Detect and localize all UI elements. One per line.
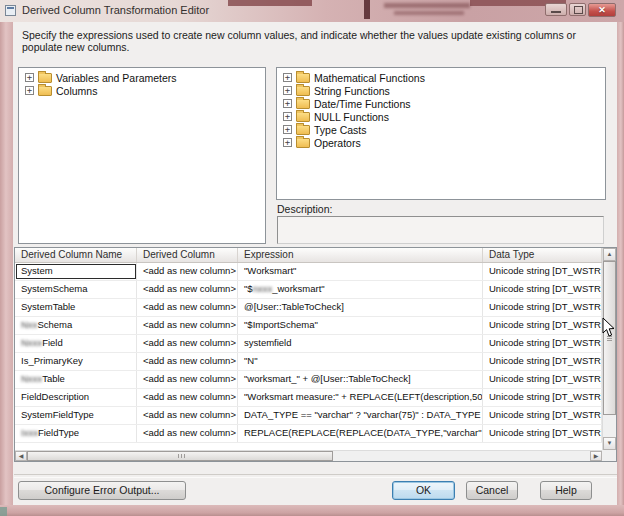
- table-row[interactable]: NxxxField<add as new column>systemfieldU…: [15, 335, 602, 353]
- window-title: Derived Column Transformation Editor: [22, 4, 209, 16]
- tree-item-label: Mathematical Functions: [314, 72, 425, 84]
- tree-item[interactable]: + Type Casts: [277, 123, 605, 136]
- table-row[interactable]: SystemTable<add as new column>@[User::Ta…: [15, 299, 602, 317]
- cell-data-type[interactable]: Unicode string [DT_WSTR]: [483, 263, 602, 280]
- expand-plus-icon[interactable]: +: [283, 86, 292, 95]
- expand-plus-icon[interactable]: +: [283, 99, 292, 108]
- folder-icon: [296, 138, 310, 148]
- cell-expression[interactable]: "Worksmart": [238, 263, 483, 280]
- grid-body: System<add as new column>"Worksmart"Unic…: [15, 263, 602, 443]
- tree-item[interactable]: + Mathematical Functions: [277, 71, 605, 84]
- table-row[interactable]: NxxxTable<add as new column>"worksmart_"…: [15, 371, 602, 389]
- cell-expression[interactable]: @[User::TableToCheck]: [238, 299, 483, 316]
- tree-item[interactable]: + Columns: [19, 84, 265, 97]
- cell-data-type[interactable]: Unicode string [DT_WSTR]: [483, 317, 602, 334]
- table-row[interactable]: System<add as new column>"Worksmart"Unic…: [15, 263, 602, 281]
- expand-plus-icon[interactable]: +: [283, 112, 292, 121]
- table-row[interactable]: FieldDescription<add as new column>"Work…: [15, 389, 602, 407]
- cell-expression[interactable]: "N": [238, 353, 483, 370]
- table-row[interactable]: NxxSchema<add as new column>"$ImportSche…: [15, 317, 602, 335]
- table-row[interactable]: SystemFieldType<add as new column>DATA_T…: [15, 407, 602, 425]
- expand-plus-icon[interactable]: +: [283, 73, 292, 82]
- expand-plus-icon[interactable]: +: [25, 86, 34, 95]
- grid-header-cell[interactable]: Derived Column: [137, 248, 238, 262]
- cell-data-type[interactable]: Unicode string [DT_WSTR]: [483, 335, 602, 352]
- tree-item-label: NULL Functions: [314, 111, 389, 123]
- cell-derived-column-name[interactable]: NxxSchema: [15, 317, 137, 334]
- cell-derived-column-name[interactable]: SystemTable: [15, 299, 137, 316]
- tree-item[interactable]: + NULL Functions: [277, 110, 605, 123]
- derived-columns-grid[interactable]: Derived Column NameDerived ColumnExpress…: [14, 247, 617, 462]
- cell-expression[interactable]: systemfield: [238, 335, 483, 352]
- cell-data-type[interactable]: Unicode string [DT_WSTR]: [483, 371, 602, 388]
- cell-derived-column-name[interactable]: FieldDescription: [15, 389, 137, 406]
- expand-plus-icon[interactable]: +: [283, 138, 292, 147]
- tree-item[interactable]: + Operators: [277, 136, 605, 149]
- tree-item-label: String Functions: [314, 85, 390, 97]
- tree-item[interactable]: + Date/Time Functions: [277, 97, 605, 110]
- table-row[interactable]: IxxxFieldType<add as new column>REPLACE(…: [15, 425, 602, 443]
- cell-derived-column[interactable]: <add as new column>: [137, 281, 238, 298]
- expand-plus-icon[interactable]: +: [25, 73, 34, 82]
- cancel-button[interactable]: Cancel: [466, 481, 518, 500]
- cell-data-type[interactable]: Unicode string [DT_WSTR]: [483, 389, 602, 406]
- cell-derived-column-name[interactable]: IxxxFieldType: [15, 425, 137, 442]
- scroll-up-icon[interactable]: ▲: [603, 248, 616, 261]
- vertical-scrollbar-thumb[interactable]: [603, 261, 616, 415]
- configure-error-output-button[interactable]: Configure Error Output...: [18, 481, 186, 500]
- scroll-left-icon[interactable]: ◀: [15, 451, 27, 461]
- cell-data-type[interactable]: Unicode string [DT_WSTR]: [483, 425, 602, 442]
- cell-derived-column[interactable]: <add as new column>: [137, 407, 238, 424]
- vertical-scrollbar[interactable]: ▲ ▼: [602, 248, 616, 450]
- horizontal-scrollbar[interactable]: ◀ ▶: [15, 450, 602, 461]
- cell-derived-column-name[interactable]: System: [15, 263, 137, 280]
- grid-header-cell[interactable]: Derived Column Name: [15, 248, 137, 262]
- folder-icon: [296, 125, 310, 135]
- mouse-cursor-icon: [602, 317, 616, 338]
- cell-expression[interactable]: "Worksmart measure:" + REPLACE(LEFT(desc…: [238, 389, 483, 406]
- grid-header-cell[interactable]: Expression: [238, 248, 483, 262]
- maximize-button[interactable]: [569, 3, 586, 16]
- cell-derived-column[interactable]: <add as new column>: [137, 317, 238, 334]
- cell-data-type[interactable]: Unicode string [DT_WSTR]: [483, 299, 602, 316]
- help-button[interactable]: Help: [540, 481, 592, 500]
- cell-expression[interactable]: "worksmart_" + @[User::TableToCheck]: [238, 371, 483, 388]
- cell-expression[interactable]: REPLACE(REPLACE(REPLACE(DATA_TYPE,"varch…: [238, 425, 483, 442]
- cell-derived-column[interactable]: <add as new column>: [137, 425, 238, 442]
- cell-derived-column[interactable]: <add as new column>: [137, 371, 238, 388]
- grid-header-cell[interactable]: Data Type: [483, 248, 602, 262]
- scroll-down-icon[interactable]: ▼: [603, 437, 616, 450]
- cell-data-type[interactable]: Unicode string [DT_WSTR]: [483, 281, 602, 298]
- cell-expression[interactable]: DATA_TYPE == "varchar" ? "varchar(75)" :…: [238, 407, 483, 424]
- app-icon: [5, 5, 16, 16]
- tree-item[interactable]: + String Functions: [277, 84, 605, 97]
- cell-expression[interactable]: "$ImportSchema": [238, 317, 483, 334]
- cell-data-type[interactable]: Unicode string [DT_WSTR]: [483, 353, 602, 370]
- cell-derived-column-name[interactable]: Is_PrimaryKey: [15, 353, 137, 370]
- tree-item[interactable]: + Variables and Parameters: [19, 71, 265, 84]
- cell-derived-column-name[interactable]: SystemSchema: [15, 281, 137, 298]
- background-window-fragment: [384, 3, 470, 8]
- cell-derived-column[interactable]: <add as new column>: [137, 353, 238, 370]
- horizontal-scrollbar-thumb[interactable]: [27, 451, 333, 461]
- close-button[interactable]: [588, 3, 616, 17]
- functions-tree-panel[interactable]: + Mathematical Functions + String Functi…: [276, 67, 606, 200]
- cell-derived-column[interactable]: <add as new column>: [137, 263, 238, 280]
- table-row[interactable]: SystemSchema<add as new column>"$nxxx_wo…: [15, 281, 602, 299]
- cell-derived-column-name[interactable]: NxxxTable: [15, 371, 137, 388]
- folder-icon: [296, 112, 310, 122]
- table-row[interactable]: Is_PrimaryKey<add as new column>"N"Unico…: [15, 353, 602, 371]
- columns-tree-panel[interactable]: + Variables and Parameters + Columns: [18, 67, 266, 244]
- scroll-right-icon[interactable]: ▶: [590, 451, 602, 461]
- cell-data-type[interactable]: Unicode string [DT_WSTR]: [483, 407, 602, 424]
- cell-derived-column[interactable]: <add as new column>: [137, 389, 238, 406]
- ok-button[interactable]: OK: [392, 481, 455, 500]
- cell-derived-column[interactable]: <add as new column>: [137, 335, 238, 352]
- tree-item-label: Variables and Parameters: [56, 72, 177, 84]
- cell-derived-column[interactable]: <add as new column>: [137, 299, 238, 316]
- minimize-button[interactable]: [545, 3, 567, 16]
- cell-derived-column-name[interactable]: SystemFieldType: [15, 407, 137, 424]
- cell-expression[interactable]: "$nxxx_worksmart": [238, 281, 483, 298]
- cell-derived-column-name[interactable]: NxxxField: [15, 335, 137, 352]
- expand-plus-icon[interactable]: +: [283, 125, 292, 134]
